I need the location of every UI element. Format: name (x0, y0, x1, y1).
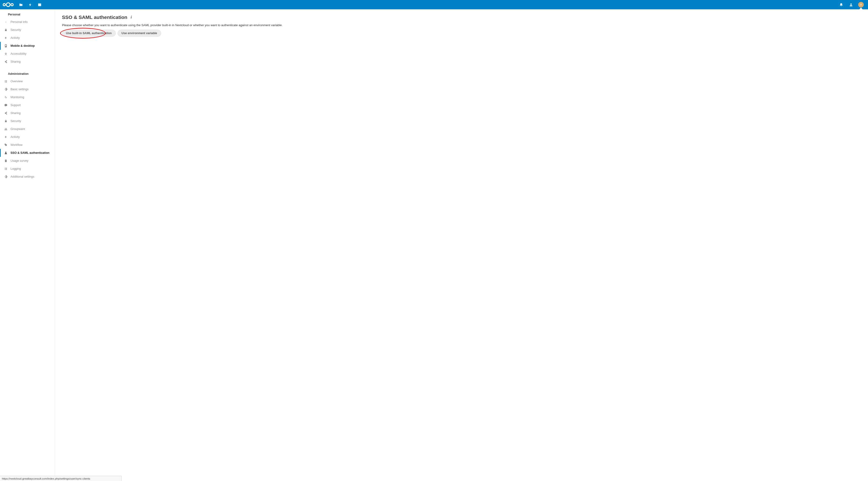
sidebar-item-label: SSO & SAML authentication (10, 151, 49, 155)
sidebar-item-label: Sharing (10, 111, 21, 115)
sidebar-item-label: Overview (10, 80, 23, 83)
sidebar-item-label: Logging (10, 167, 21, 170)
sidebar-admin-sso-saml-authentication[interactable]: SSO & SAML authentication (0, 149, 55, 157)
users-icon (4, 127, 8, 131)
sidebar-admin-overview[interactable]: Overview (0, 77, 55, 85)
gear-icon (4, 88, 8, 91)
sidebar-admin-support[interactable]: Support (0, 101, 55, 109)
sidebar-item-label: Security (10, 120, 21, 123)
phone-icon (4, 44, 8, 48)
share-icon (4, 111, 8, 115)
sidebar-item-label: Additional settings (10, 175, 34, 178)
sidebar-personal-personal-info[interactable]: Personal info (0, 18, 55, 26)
contacts-icon[interactable] (848, 2, 854, 7)
sidebar-item-label: Mobile & desktop (10, 44, 35, 47)
sidebar-item-label: Workflow (10, 143, 23, 147)
sidebar-admin-groupware[interactable]: Groupware (0, 125, 55, 133)
sidebar-personal-security[interactable]: Security (0, 26, 55, 34)
sidebar-item-label: Support (10, 103, 21, 107)
content: SSO & SAML authentication i Please choos… (55, 9, 868, 476)
sidebar-section-admin: Administration (0, 70, 55, 77)
main-layout: Personal Personal infoSecurityActivityMo… (0, 9, 868, 476)
button-row: Use built-in SAML authentication Use env… (62, 30, 861, 37)
topbar: A (0, 0, 868, 9)
sidebar-item-label: Activity (10, 135, 20, 138)
info-icon (4, 20, 8, 24)
sidebar-item-label: Personal info (10, 20, 28, 24)
sidebar-personal-accessibility[interactable]: Accessibility (0, 50, 55, 58)
sidebar-admin-workflow[interactable]: Workflow (0, 141, 55, 149)
sidebar-item-label: Activity (10, 36, 20, 39)
tag-icon (4, 143, 8, 147)
share-icon (4, 60, 8, 64)
files-icon[interactable] (18, 2, 23, 7)
info-icon[interactable]: i (131, 15, 132, 20)
sidebar-personal-sharing[interactable]: Sharing (0, 58, 55, 66)
pulse-icon (4, 95, 8, 99)
statusbar-url: https://nextcloud.greatbayconsult.com/in… (2, 477, 90, 480)
sidebar-item-label: Monitoring (10, 96, 24, 99)
sidebar-spacer (0, 66, 55, 70)
list-icon (4, 79, 8, 83)
topbar-right: A (839, 2, 866, 7)
sidebar-admin-monitoring[interactable]: Monitoring (0, 93, 55, 101)
topbar-left (2, 2, 42, 7)
gear-icon (4, 175, 8, 179)
sidebar-admin-usage-survey[interactable]: Usage survey (0, 157, 55, 165)
chat-icon (4, 103, 8, 107)
statusbar: https://nextcloud.greatbayconsult.com/in… (0, 476, 122, 481)
bolt-icon (4, 36, 8, 40)
lock-icon (4, 119, 8, 123)
sidebar-item-label: Security (10, 28, 21, 32)
sidebar-personal-activity[interactable]: Activity (0, 34, 55, 42)
sidebar-admin-sharing[interactable]: Sharing (0, 109, 55, 117)
page-description: Please choose whether you want to authen… (62, 23, 861, 27)
gallery-icon[interactable] (37, 2, 42, 7)
clipboard-icon (4, 159, 8, 163)
list-icon (4, 167, 8, 171)
sidebar-personal-mobile-desktop[interactable]: Mobile & desktop (0, 42, 55, 50)
nextcloud-logo[interactable] (2, 2, 14, 7)
page-title-row: SSO & SAML authentication i (62, 14, 861, 20)
sidebar-admin-security[interactable]: Security (0, 117, 55, 125)
avatar[interactable]: A (858, 2, 864, 7)
sidebar-admin-logging[interactable]: Logging (0, 165, 55, 173)
person-icon (4, 151, 8, 155)
sidebar-admin-basic-settings[interactable]: Basic settings (0, 85, 55, 93)
sidebar-admin-additional-settings[interactable]: Additional settings (0, 173, 55, 181)
lock-icon (4, 28, 8, 32)
activity-icon[interactable] (28, 2, 33, 7)
use-env-variable-button[interactable]: Use environment variable (118, 30, 161, 37)
bolt-icon (4, 135, 8, 139)
page-title: SSO & SAML authentication (62, 14, 127, 20)
notifications-icon[interactable] (839, 2, 844, 7)
sidebar-item-label: Groupware (10, 127, 25, 131)
svg-point-1 (3, 3, 5, 6)
sidebar-item-label: Usage survey (10, 159, 28, 162)
sidebar: Personal Personal infoSecurityActivityMo… (0, 9, 55, 476)
sidebar-section-personal: Personal (0, 10, 55, 18)
sidebar-item-label: Basic settings (10, 88, 29, 91)
avatar-menu-pointer (859, 7, 863, 9)
sidebar-admin-activity[interactable]: Activity (0, 133, 55, 141)
avatar-letter: A (860, 3, 862, 6)
sidebar-item-label: Accessibility (10, 52, 26, 55)
sidebar-item-label: Sharing (10, 60, 21, 63)
svg-point-2 (11, 3, 13, 6)
svg-point-0 (6, 3, 10, 6)
use-builtin-saml-button[interactable]: Use built-in SAML authentication (62, 30, 116, 37)
accessibility-icon (4, 52, 8, 56)
